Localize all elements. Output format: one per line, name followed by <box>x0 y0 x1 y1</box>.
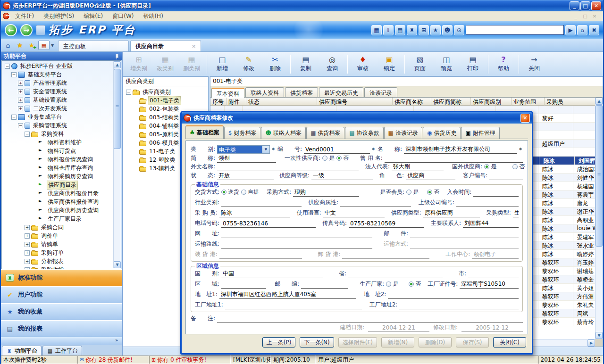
sidebar-tree-scrollbar[interactable]: ▲ ▼ <box>113 61 121 268</box>
bottom-tab-work-platform[interactable]: ▦ 工作平台 <box>42 346 82 356</box>
new-button[interactable]: □ 新增 <box>209 53 235 75</box>
tree-item[interactable]: 生产厂家目录 <box>2 215 113 223</box>
query-button[interactable]: ◎ 查询 <box>319 53 345 75</box>
work-center-field[interactable]: 领创电子 <box>472 250 519 259</box>
mdi-close-icon[interactable]: ✕ <box>591 14 598 19</box>
zip-field[interactable] <box>301 281 348 289</box>
quick-search-input[interactable] <box>466 25 564 35</box>
close-button[interactable]: → 关闭 <box>521 53 547 75</box>
foreign-supplier-yes-radio[interactable]: 是 <box>484 163 496 171</box>
legal-rep-field[interactable]: 张大刚 <box>392 163 444 171</box>
export-icon[interactable]: ⇧ <box>383 25 394 35</box>
menu-item[interactable]: 编辑(E) <box>79 11 108 21</box>
one-time-yes-radio[interactable]: 是 <box>322 154 335 163</box>
audit-button[interactable]: ♦ 审核 <box>350 53 376 75</box>
status-field[interactable]: 开放 <box>217 172 274 180</box>
former-name-field[interactable] <box>385 155 523 163</box>
column-header[interactable]: 附件 <box>226 98 246 106</box>
save-button[interactable]: 保存(S) <box>456 337 489 347</box>
tab-agreement-terms[interactable]: ▤ 协议条款 <box>345 127 383 139</box>
tree-item[interactable]: 基础设置系统 <box>2 96 113 104</box>
panel-user-functions[interactable]: ✔ 用户功能 <box>1 286 122 303</box>
tree-expander-icon[interactable] <box>5 64 10 69</box>
modify-button[interactable]: ✎ 修改 <box>235 53 262 75</box>
tree-item[interactable]: 采购订单 <box>2 248 113 257</box>
panel-my-reports[interactable]: ▤ 我的报表 <box>1 320 122 337</box>
bottom-tab-function-platform[interactable]: ♜ 功能平台 <box>2 346 42 356</box>
tree-expander-icon[interactable] <box>25 132 30 137</box>
clock-icon[interactable]: ⊙ <box>454 25 464 35</box>
window-list-dropdown-icon[interactable]: ▼ <box>51 43 57 48</box>
factory-address2-field[interactable] <box>399 302 519 309</box>
next-record-button[interactable]: 下一条(N) <box>300 337 334 347</box>
tree-expander-icon[interactable] <box>25 225 30 230</box>
back-icon[interactable]: ← <box>5 24 17 36</box>
industry-field[interactable] <box>221 199 302 207</box>
supplier-type-field[interactable]: 原料供应商 <box>423 209 480 217</box>
member-yes-radio[interactable]: 是 <box>406 188 419 197</box>
mdi-restore-icon[interactable]: □ <box>581 14 589 19</box>
category-item[interactable]: 001-电子类 <box>123 96 208 105</box>
purchase-mode-field[interactable]: 现购 <box>293 188 359 197</box>
scrollbar-thumb[interactable] <box>596 105 603 247</box>
column-header[interactable]: 供应商简称 <box>431 98 471 106</box>
prev-record-button[interactable]: 上一条(P) <box>262 337 296 347</box>
code-field[interactable]: Vend0001 <box>304 146 370 154</box>
minimize-button[interactable]: _ <box>570 1 579 10</box>
tree-expander-icon[interactable] <box>11 115 17 120</box>
category-root[interactable]: 供应商类别 <box>123 88 208 96</box>
column-header[interactable]: 业务范围 <box>512 98 545 106</box>
dialog-delete-button[interactable]: 删除(D) <box>419 337 452 347</box>
scroll-up-icon[interactable]: ▲ <box>114 61 121 68</box>
parent-no-field[interactable] <box>456 199 519 207</box>
tree-expander-icon[interactable] <box>18 81 23 86</box>
tree-item[interactable]: 采购合同 <box>2 223 113 232</box>
city-field[interactable] <box>468 271 519 278</box>
help-button[interactable]: ? 帮助 <box>490 53 517 75</box>
favorites-icon[interactable]: ★ <box>15 40 25 50</box>
purchase-type-field[interactable]: 生产采购 <box>513 209 519 217</box>
member-no-radio[interactable]: 否 <box>427 188 439 197</box>
main-contact-field[interactable]: 刘国辉44 <box>463 219 519 228</box>
tree-item[interactable]: 物料采购历史查询 <box>2 172 113 181</box>
foreign-name-field[interactable] <box>217 164 359 171</box>
tree-expander-icon[interactable] <box>18 106 23 111</box>
run-icon[interactable]: ▶ <box>565 25 576 35</box>
website-field[interactable] <box>221 231 372 238</box>
tree-item[interactable]: 产品管理系统 <box>2 79 113 87</box>
customer-no-field[interactable] <box>489 173 523 180</box>
tree-item[interactable]: 物料报价情况查询 <box>2 155 113 164</box>
panel-my-favorites[interactable]: ★ 我的收藏 <box>1 303 122 320</box>
tab-attachment-mgmt[interactable]: ▣ 附件管理 <box>461 127 499 139</box>
table-vertical-scrollbar[interactable]: ▲ ▼ <box>595 98 603 339</box>
name-field[interactable]: 深圳市领创电子技术开发有限公司 <box>404 145 517 154</box>
tab-basic-archive[interactable]: ♣ 基础档案 <box>185 125 224 139</box>
route-field[interactable] <box>221 241 372 248</box>
remark-field[interactable] <box>217 315 523 323</box>
window-list-icon[interactable]: ▦ <box>38 41 50 50</box>
content-tab[interactable]: 联络人资料 <box>245 87 284 97</box>
orgchart-icon[interactable]: ♜ <box>407 25 417 35</box>
tree-item[interactable]: 询价单 <box>2 232 113 240</box>
transport-field[interactable] <box>410 241 519 248</box>
unload-port-field[interactable] <box>342 251 429 259</box>
tree-expander-icon[interactable] <box>25 259 30 264</box>
dialog-close-icon[interactable]: ✕ <box>520 114 530 123</box>
address1-field[interactable]: 深圳市福田区红荔西路上航大厦405室 <box>219 290 356 299</box>
sidebar-overflow-chevron[interactable]: » <box>1 337 122 345</box>
address2-field[interactable] <box>388 291 519 299</box>
load-port-field[interactable] <box>219 251 302 259</box>
column-header[interactable]: 供应商级别 <box>471 98 512 106</box>
home-icon[interactable]: ⌂ <box>3 40 13 50</box>
tree-item[interactable]: 供应商目录 <box>2 181 113 189</box>
tab-supply-archive[interactable]: ▦ 供货档案 <box>306 127 344 139</box>
choose-attachment-button[interactable]: 选择附件(F) <box>338 337 377 347</box>
tree-item[interactable]: 采购资料 <box>2 130 113 138</box>
menu-item[interactable]: 类别维护(S) <box>39 11 79 21</box>
tree-item[interactable]: 物料订货点 <box>2 147 113 155</box>
fax-field[interactable]: 0755-83210569 <box>349 220 424 228</box>
shortname-field[interactable]: 领创 <box>217 154 276 163</box>
tree-item[interactable]: 请购单 <box>2 240 113 248</box>
manufacturer-yes-radio[interactable]: 是 <box>386 280 398 289</box>
column-header[interactable]: 采购员 <box>545 98 595 106</box>
